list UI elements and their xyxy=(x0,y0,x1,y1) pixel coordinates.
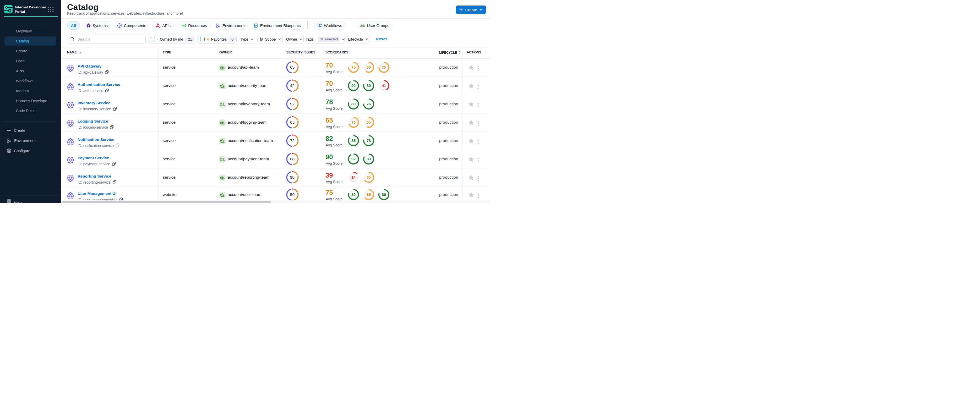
svg-text:A: A xyxy=(255,24,256,27)
